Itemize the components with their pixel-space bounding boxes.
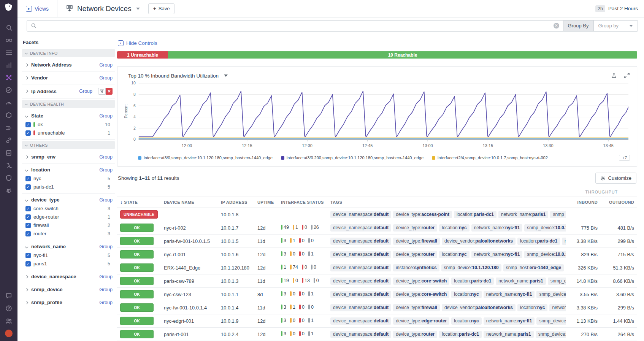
column-header-interface-status[interactable]: INTERFACE STATUS (278, 197, 327, 208)
page-title-group[interactable]: Network Devices (66, 4, 140, 13)
facet-section-others[interactable]: OTHERS (22, 141, 115, 149)
ip-address-cell[interactable]: 10.1.120.180 (218, 261, 254, 274)
logs-icon[interactable] (5, 149, 13, 156)
tag-pill[interactable]: snmp_device:10.1.120.180 (441, 264, 501, 271)
tag-pill[interactable]: location:paris-dc1 (439, 331, 482, 338)
column-header-ip[interactable]: IP ADDRESS (218, 197, 254, 208)
facet-group-link[interactable]: Group (79, 89, 92, 94)
filter-funnel-icon[interactable] (98, 88, 106, 95)
column-header-tags[interactable]: TAGS (327, 197, 566, 208)
tag-pill[interactable]: network_name:nyc-fl1 (471, 224, 523, 232)
tag-pill[interactable]: location:paris-dc1 (517, 238, 560, 245)
facet-value-label[interactable]: nyc-fl1 (33, 252, 48, 258)
bug-icon[interactable] (5, 187, 13, 194)
device-name-cell[interactable]: nyc-edgrt-001 (161, 314, 218, 328)
facet-group-link[interactable]: Group (99, 75, 113, 81)
chart-title-caret-icon[interactable] (224, 75, 228, 77)
time-range-label[interactable]: Past 2 Hours (608, 6, 638, 11)
ip-address-cell[interactable]: 10.0.1.8 (218, 208, 254, 221)
facet-value-label[interactable]: router (33, 231, 46, 236)
tag-pill[interactable]: snmp_device:10.0.1.6 (524, 251, 566, 258)
facet-header[interactable]: Ip AddressGroup✕ (25, 88, 113, 95)
unreachable-segment[interactable]: 1 Unreachable (117, 51, 168, 59)
checkbox-checked[interactable]: ✓ (25, 261, 31, 266)
tag-pill[interactable]: device_namespace:default (330, 264, 391, 271)
fullscreen-icon[interactable] (624, 73, 630, 79)
tag-pill[interactable]: device_vendor:paloaltonetworks (442, 238, 516, 245)
column-header-uptime[interactable]: UPTIME (254, 197, 278, 208)
pipelines-icon[interactable] (5, 124, 13, 131)
tag-pill[interactable]: snmp_device:10.0.1.7 (524, 224, 566, 232)
chart-plot-area[interactable]: 0246810Percent12:0012:1512:3012:4513:001… (123, 79, 631, 152)
ip-address-cell[interactable]: 10.0.1.9 (218, 314, 254, 328)
facet-header[interactable]: network_nameGroup (25, 244, 113, 249)
facet-header[interactable]: snmp_profileGroup (25, 300, 113, 305)
facet-section-device-info[interactable]: DEVICE INFO (22, 49, 115, 57)
tag-pill[interactable]: device_type:router (393, 251, 437, 258)
tag-pill[interactable]: device_type:router (393, 331, 437, 338)
tag-pill[interactable]: location:paris-dc1 (451, 278, 494, 285)
save-button[interactable]: + Save (148, 3, 175, 14)
facet-group-link[interactable]: Group (99, 167, 113, 173)
facet-group-link[interactable]: Group (99, 154, 113, 160)
customize-button[interactable]: Customize (595, 173, 636, 184)
state-badge[interactable]: OK (120, 237, 154, 245)
facet-group-link[interactable]: Group (99, 113, 113, 119)
tag-pill[interactable]: network_name:nyc-... (549, 304, 566, 311)
tag-pill[interactable]: device_namespace:default (330, 251, 391, 258)
reachable-segment[interactable]: 10 Reachable (168, 51, 637, 59)
column-header-device-name[interactable]: DEVICE NAME (161, 197, 218, 208)
tag-pill[interactable]: device_type:firewall (393, 304, 440, 311)
device-name-cell[interactable]: nyc-rt-002 (161, 221, 218, 235)
tag-pill[interactable]: network_name:paris1 (496, 278, 546, 285)
facet-value-label[interactable]: unreachable (38, 130, 65, 136)
state-badge[interactable]: OK (120, 263, 154, 272)
state-badge[interactable]: UNREACHABLE (120, 210, 158, 219)
checkbox-checked[interactable]: ✓ (25, 253, 31, 258)
tag-pill[interactable]: location:nyc (439, 224, 469, 232)
facet-section-device-health[interactable]: DEVICE HEALTH (22, 100, 115, 108)
metrics-icon[interactable] (5, 61, 13, 68)
ip-address-cell[interactable]: 10.0.1.3 (218, 274, 254, 288)
legend-item[interactable]: interface:et2/4,snmp_device:10.0.1.7,snm… (432, 155, 548, 160)
tag-pill[interactable]: location:nyc (451, 291, 481, 298)
tag-pill[interactable]: device_type:edge-router (393, 317, 449, 325)
time-range-picker[interactable]: 2h Past 2 Hours (595, 5, 644, 12)
checkbox-checked[interactable]: ✓ (25, 122, 31, 127)
facet-value-label[interactable]: paris-dc1 (33, 184, 54, 190)
facet-header[interactable]: device_namespaceGroup (25, 274, 113, 279)
legend-item[interactable]: interface:at3/0,snmp_device:10.1.120.180… (138, 155, 273, 160)
tag-pill[interactable]: network_name:nyc-fl1 (484, 317, 535, 325)
tag-pill[interactable]: device_namespace:default (330, 211, 391, 218)
views-button[interactable]: ▸ Views (17, 0, 57, 17)
tag-pill[interactable]: location:nyc (439, 251, 469, 258)
state-badge[interactable]: OK (120, 277, 154, 285)
users-icon[interactable] (5, 317, 13, 324)
tag-pill[interactable]: device_namespace:default (330, 304, 391, 311)
facet-group-link[interactable]: Group (99, 287, 113, 292)
facet-header[interactable]: snmp_envGroup (25, 154, 113, 160)
state-badge[interactable]: OK (120, 250, 154, 259)
serverless-icon[interactable] (5, 162, 13, 169)
facet-group-link[interactable]: Group (99, 62, 113, 68)
column-header-inbound[interactable]: INBOUND (566, 197, 601, 208)
tag-pill[interactable]: network_name:paris1 (498, 211, 548, 218)
tag-pill[interactable]: device_type:router (393, 224, 437, 232)
tag-pill[interactable]: network_name:paris1 (484, 331, 533, 338)
ip-address-cell[interactable]: 10.0.1.4 (218, 301, 254, 314)
state-badge[interactable]: OK (120, 224, 154, 232)
tag-pill[interactable]: device_namespace:default (330, 331, 391, 338)
integrations-icon[interactable] (5, 136, 13, 144)
active-filter-pill[interactable]: ✕ (98, 88, 113, 95)
datadog-logo[interactable] (3, 2, 14, 14)
facet-value-label[interactable]: firewall (33, 222, 49, 228)
title-dropdown-caret-icon[interactable] (136, 8, 140, 10)
tag-pill[interactable]: snmp_device:10.0.1.8 (550, 211, 566, 218)
device-name-cell[interactable]: nyc-fw-001-10.0.1.4 (161, 301, 218, 314)
facet-value-label[interactable]: nyc (33, 176, 41, 181)
tag-pill[interactable]: network_name:nyc-fl1 (484, 291, 535, 298)
checkbox-checked[interactable]: ✓ (25, 176, 31, 181)
facet-header[interactable]: StateGroup (25, 113, 113, 119)
facet-header[interactable]: snmp_deviceGroup (25, 287, 113, 292)
checkbox-checked[interactable]: ✓ (25, 231, 31, 236)
